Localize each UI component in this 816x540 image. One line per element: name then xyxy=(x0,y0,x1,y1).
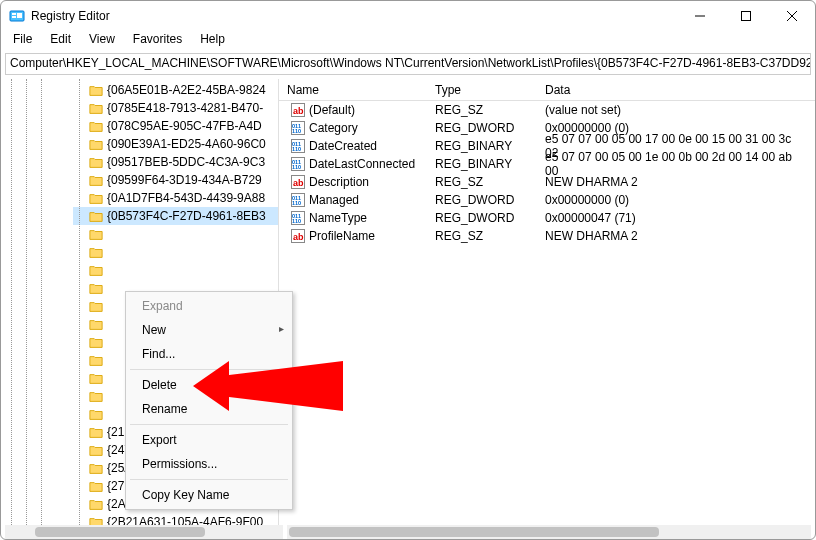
binary-icon: 011110 xyxy=(291,193,305,207)
value-type: REG_BINARY xyxy=(427,137,537,155)
folder-icon xyxy=(89,138,103,150)
tree-item-label: {09599F64-3D19-434A-B729 xyxy=(107,173,262,187)
svg-rect-1 xyxy=(12,13,16,15)
tree-item-label: {0A1D7FB4-543D-4439-9A88 xyxy=(107,191,265,205)
menu-view[interactable]: View xyxy=(81,31,123,51)
menu-item-rename[interactable]: Rename xyxy=(126,397,292,421)
col-data[interactable]: Data xyxy=(537,81,815,99)
tree-item[interactable]: {0A1D7FB4-543D-4439-9A88 xyxy=(73,189,278,207)
menu-file[interactable]: File xyxy=(5,31,40,51)
menu-item-copy-key-name[interactable]: Copy Key Name xyxy=(126,483,292,507)
list-row[interactable]: 011110DateLastConnectedREG_BINARYe5 07 0… xyxy=(279,155,815,173)
maximize-button[interactable] xyxy=(723,1,769,31)
content-area: {06A5E01B-A2E2-45BA-9824{0785E418-7913-4… xyxy=(1,79,815,540)
value-name: DateCreated xyxy=(309,139,377,153)
binary-icon: 011110 xyxy=(291,211,305,225)
menu-favorites[interactable]: Favorites xyxy=(125,31,190,51)
window-title: Registry Editor xyxy=(31,9,677,23)
tree-item[interactable] xyxy=(73,243,278,261)
value-name: Category xyxy=(309,121,358,135)
col-type[interactable]: Type xyxy=(427,81,537,99)
tree-item[interactable] xyxy=(73,225,278,243)
tree-item[interactable]: {0B573F4C-F27D-4961-8EB3 xyxy=(73,207,278,225)
tree-item[interactable]: {090E39A1-ED25-4A60-96C0 xyxy=(73,135,278,153)
binary-icon: 011110 xyxy=(291,139,305,153)
value-name: Description xyxy=(309,175,369,189)
tree-item-label: {0B573F4C-F27D-4961-8EB3 xyxy=(107,209,266,223)
folder-icon xyxy=(89,156,103,168)
minimize-button[interactable] xyxy=(677,1,723,31)
folder-icon xyxy=(89,390,103,402)
menu-item-expand: Expand xyxy=(126,294,292,318)
value-data: NEW DHARMA 2 xyxy=(537,227,815,245)
folder-icon xyxy=(89,210,103,222)
folder-icon xyxy=(89,498,103,510)
list-row[interactable]: 011110ManagedREG_DWORD0x00000000 (0) xyxy=(279,191,815,209)
value-type: REG_BINARY xyxy=(427,155,537,173)
folder-icon xyxy=(89,84,103,96)
value-type: REG_SZ xyxy=(427,227,537,245)
folder-icon xyxy=(89,120,103,132)
value-list[interactable]: Name Type Data ab(Default)REG_SZ(value n… xyxy=(279,79,815,540)
value-data: NEW DHARMA 2 xyxy=(537,173,815,191)
folder-icon xyxy=(89,300,103,312)
menu-item-new[interactable]: New xyxy=(126,318,292,342)
folder-icon xyxy=(89,408,103,420)
value-type: REG_DWORD xyxy=(427,119,537,137)
close-button[interactable] xyxy=(769,1,815,31)
value-type: REG_DWORD xyxy=(427,191,537,209)
list-row[interactable]: ab(Default)REG_SZ(value not set) xyxy=(279,101,815,119)
folder-icon xyxy=(89,336,103,348)
menu-separator xyxy=(130,424,288,425)
menu-edit[interactable]: Edit xyxy=(42,31,79,51)
binary-icon: 011110 xyxy=(291,121,305,135)
menubar: File Edit View Favorites Help xyxy=(1,31,815,51)
svg-text:110: 110 xyxy=(292,164,301,170)
folder-icon xyxy=(89,462,103,474)
folder-icon xyxy=(89,174,103,186)
tree-item[interactable] xyxy=(73,261,278,279)
tree-item-label: {06A5E01B-A2E2-45BA-9824 xyxy=(107,83,266,97)
value-name: Managed xyxy=(309,193,359,207)
folder-icon xyxy=(89,318,103,330)
list-row[interactable]: 011110NameTypeREG_DWORD0x00000047 (71) xyxy=(279,209,815,227)
folder-icon xyxy=(89,192,103,204)
menu-help[interactable]: Help xyxy=(192,31,233,51)
value-name: (Default) xyxy=(309,103,355,117)
tree-item-label: {09517BEB-5DDC-4C3A-9C3 xyxy=(107,155,265,169)
list-horizontal-scrollbar[interactable] xyxy=(287,525,811,539)
value-name: NameType xyxy=(309,211,367,225)
tree-item[interactable]: {078C95AE-905C-47FB-A4D xyxy=(73,117,278,135)
svg-text:ab: ab xyxy=(293,232,304,242)
folder-icon xyxy=(89,480,103,492)
folder-icon xyxy=(89,282,103,294)
menu-separator xyxy=(130,479,288,480)
tree-item[interactable]: {0785E418-7913-4281-B470- xyxy=(73,99,278,117)
list-row[interactable]: abDescriptionREG_SZNEW DHARMA 2 xyxy=(279,173,815,191)
context-menu: ExpandNewFind...DeleteRenameExportPermis… xyxy=(125,291,293,510)
list-header[interactable]: Name Type Data xyxy=(279,79,815,101)
folder-icon xyxy=(89,246,103,258)
col-name[interactable]: Name xyxy=(279,81,427,99)
svg-text:110: 110 xyxy=(292,200,301,206)
svg-rect-2 xyxy=(12,16,16,18)
menu-item-find[interactable]: Find... xyxy=(126,342,292,366)
tree-item[interactable]: {06A5E01B-A2E2-45BA-9824 xyxy=(73,81,278,99)
tree-horizontal-scrollbar[interactable] xyxy=(5,525,283,539)
menu-item-permissions[interactable]: Permissions... xyxy=(126,452,292,476)
value-type: REG_SZ xyxy=(427,101,537,119)
list-row[interactable]: abProfileNameREG_SZNEW DHARMA 2 xyxy=(279,227,815,245)
titlebar: Registry Editor xyxy=(1,1,815,31)
menu-separator xyxy=(130,369,288,370)
string-icon: ab xyxy=(291,229,305,243)
string-icon: ab xyxy=(291,175,305,189)
value-data: 0x00000000 (0) xyxy=(537,191,815,209)
menu-item-export[interactable]: Export xyxy=(126,428,292,452)
address-bar[interactable]: Computer\HKEY_LOCAL_MACHINE\SOFTWARE\Mic… xyxy=(5,53,811,75)
window-controls xyxy=(677,1,815,31)
tree-item[interactable]: {09599F64-3D19-434A-B729 xyxy=(73,171,278,189)
menu-item-delete[interactable]: Delete xyxy=(126,373,292,397)
tree-item[interactable]: {09517BEB-5DDC-4C3A-9C3 xyxy=(73,153,278,171)
value-data: 0x00000047 (71) xyxy=(537,209,815,227)
value-name: DateLastConnected xyxy=(309,157,415,171)
